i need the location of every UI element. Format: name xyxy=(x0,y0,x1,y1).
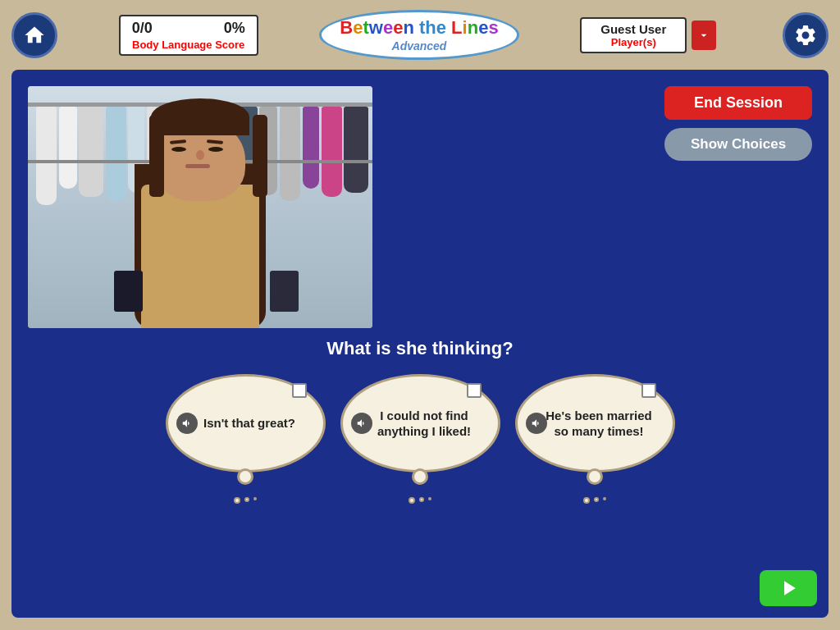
choice-2-text: I could not find anything I liked! xyxy=(359,408,482,440)
choice-3-text: He's been married so many times! xyxy=(534,408,656,440)
side-buttons: End Session Show Choices xyxy=(664,86,812,161)
speaker-icon xyxy=(356,418,368,429)
app-logo: Between the Lines Advanced xyxy=(319,10,518,59)
choice-3[interactable]: He's been married so many times! xyxy=(515,374,675,472)
score-label: Body Language Score xyxy=(132,39,245,51)
score-box: 0/0 0% Body Language Score xyxy=(119,15,258,56)
choice-2-checkbox[interactable] xyxy=(467,383,482,398)
choice-1-speaker[interactable] xyxy=(176,413,198,434)
choice-1-checkbox[interactable] xyxy=(292,383,307,398)
speaker-icon xyxy=(531,418,542,429)
question-text: What is she thinking? xyxy=(326,338,513,359)
score-value: 0/0 xyxy=(132,20,153,37)
choices-row: Isn't that great? I could not find anyth… xyxy=(28,374,812,472)
home-button[interactable] xyxy=(11,12,57,58)
main-content: End Session Show Choices What is she thi… xyxy=(11,70,829,618)
score-percent: 0% xyxy=(224,20,245,37)
player-label: Player(s) xyxy=(590,36,677,48)
chevron-down-icon xyxy=(697,29,710,42)
choice-3-speaker[interactable] xyxy=(526,413,547,434)
speaker-icon xyxy=(181,418,193,429)
choice-2-speaker[interactable] xyxy=(351,413,372,434)
home-icon xyxy=(23,24,46,47)
settings-button[interactable] xyxy=(783,12,829,58)
logo-advanced: Advanced xyxy=(340,39,498,52)
choice-3-checkbox[interactable] xyxy=(641,383,656,398)
end-session-button[interactable]: End Session xyxy=(664,86,812,120)
video-player[interactable] xyxy=(28,86,372,328)
gear-icon xyxy=(793,23,818,48)
user-name: Guest User xyxy=(590,22,677,36)
choice-2[interactable]: I could not find anything I liked! xyxy=(340,374,500,472)
arrow-right-icon xyxy=(772,576,805,600)
choice-1[interactable]: Isn't that great? xyxy=(166,374,326,472)
user-area: Guest User Player(s) xyxy=(580,17,716,53)
next-button[interactable] xyxy=(760,570,817,606)
choice-1-text: Isn't that great? xyxy=(195,415,295,431)
show-choices-button[interactable]: Show Choices xyxy=(664,128,812,161)
user-dropdown-button[interactable] xyxy=(692,21,716,50)
